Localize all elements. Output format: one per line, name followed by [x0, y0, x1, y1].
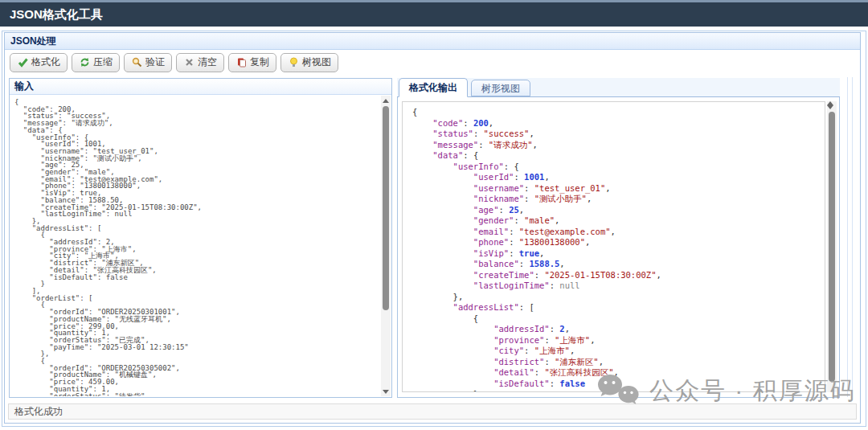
scroll-down-icon[interactable] [827, 105, 837, 109]
copy-button-label: 复制 [250, 55, 269, 69]
input-panel-header: 输入 [10, 79, 391, 95]
input-vertical-scrollbar[interactable] [381, 96, 391, 396]
app-title: JSON格式化工具 [10, 7, 103, 21]
output-tabbar: 格式化输出 树形视图 [397, 78, 840, 97]
output-scrollbar-thumb[interactable] [829, 112, 835, 382]
output-panel: 格式化输出 树形视图 { "code": 200, "status": "suc… [397, 78, 840, 398]
treeview-button[interactable]: 树视图 [280, 53, 338, 72]
statusbar: 格式化成功 [8, 403, 857, 420]
scroll-up-icon[interactable] [381, 96, 391, 105]
output-body: { "code": 200, "status": "success", "mes… [397, 97, 840, 398]
tab-formatted-output[interactable]: 格式化输出 [399, 78, 468, 97]
input-scrollbar-thumb[interactable] [383, 106, 389, 310]
copy-clipboard-icon [235, 57, 247, 68]
output-code: { "code": 200, "status": "success", "mes… [402, 101, 825, 392]
tab-formatted-output-label: 格式化输出 [409, 82, 457, 93]
panel-header: JSON处理 [5, 33, 860, 50]
input-panel-title: 输入 [14, 80, 34, 92]
outer-container: JSON处理 格式化 压缩 验证 清空 [2, 31, 866, 427]
input-code[interactable]: { "code": 200, "status": "success", "mes… [10, 96, 380, 396]
format-button-label: 格式化 [31, 55, 60, 69]
clear-button[interactable]: 清空 [176, 53, 224, 72]
panel-title: JSON处理 [10, 35, 56, 47]
validate-button-label: 验证 [145, 55, 165, 69]
content-area: 输入 { "code": 200, "status": "success", "… [5, 76, 860, 399]
compress-button[interactable]: 压缩 [72, 53, 120, 72]
app-titlebar: JSON格式化工具 [0, 0, 868, 27]
treeview-button-label: 树视图 [302, 55, 331, 69]
format-check-icon [17, 57, 28, 68]
compress-button-label: 压缩 [93, 55, 113, 69]
validate-magnifier-icon [131, 57, 142, 68]
format-button[interactable]: 格式化 [10, 53, 68, 72]
json-panel: JSON处理 格式化 压缩 验证 清空 [4, 32, 861, 424]
right-gutter [847, 77, 853, 397]
tab-tree-view[interactable]: 树形视图 [471, 80, 530, 96]
validate-button[interactable]: 验证 [124, 53, 172, 72]
status-text: 格式化成功 [14, 406, 63, 417]
scroll-down-icon[interactable] [381, 387, 391, 396]
compress-arrows-icon [79, 57, 90, 68]
tab-tree-view-label: 树形视图 [481, 83, 520, 94]
clear-x-icon [183, 57, 194, 68]
treeview-bulb-icon [288, 57, 299, 68]
input-panel: 输入 { "code": 200, "status": "success", "… [9, 78, 392, 398]
output-vertical-scrollbar[interactable] [827, 101, 837, 392]
copy-button[interactable]: 复制 [228, 53, 276, 72]
clear-button-label: 清空 [198, 55, 217, 69]
toolbar: 格式化 压缩 验证 清空 复制 [5, 50, 860, 75]
